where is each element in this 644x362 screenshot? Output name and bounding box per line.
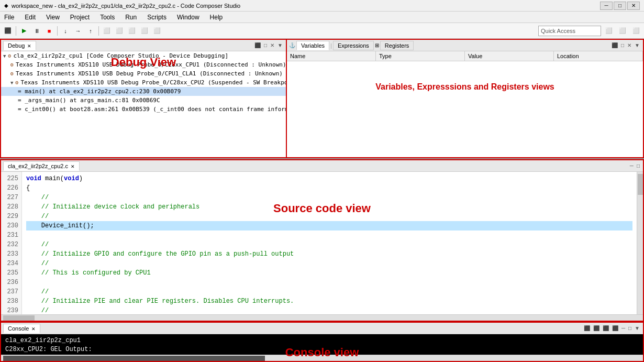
debug-tab-label: Debug xyxy=(8,42,25,49)
console-icon-2[interactable]: ⬛ xyxy=(592,325,601,332)
code-line: // Initialize device clock and periphera… xyxy=(26,202,632,212)
menu-window[interactable]: Window xyxy=(175,13,202,22)
toolbar-btn-9[interactable]: ⬜ xyxy=(151,25,163,37)
toolbar-btn-step-into[interactable]: ↓ xyxy=(60,25,71,37)
source-minimize-icon[interactable]: ─ xyxy=(629,162,635,169)
maximize-button[interactable]: □ xyxy=(614,2,626,10)
toolbar-btn-6[interactable]: ⬜ xyxy=(114,25,125,37)
toolbar-btn-stop[interactable]: ■ xyxy=(43,25,55,37)
toolbar-btn-7[interactable]: ⬜ xyxy=(126,25,138,37)
console-maximize-icon[interactable]: □ xyxy=(627,325,632,332)
line-number: 236 xyxy=(4,278,18,287)
debug-tab[interactable]: Debug ✕ xyxy=(3,41,36,50)
menu-help[interactable]: Help xyxy=(208,13,225,22)
col-value: Value xyxy=(465,51,554,61)
debug-menu-icon[interactable]: ▼ xyxy=(276,42,284,49)
debug-tree-item[interactable]: ▼⚙Texas Instruments XDS110 USB Debug Pro… xyxy=(1,78,286,87)
console-icon-4[interactable]: ⬛ xyxy=(611,325,619,332)
scroll-horizontal-console[interactable] xyxy=(1,355,643,361)
vars-maximize-icon[interactable]: □ xyxy=(620,42,625,49)
line-number: 230 xyxy=(4,221,18,231)
menu-scripts[interactable]: Scripts xyxy=(145,13,169,22)
debug-minimize-icon[interactable]: ⬛ xyxy=(253,42,262,49)
line-number: 229 xyxy=(4,212,18,221)
console-minimize-icon[interactable]: ─ xyxy=(620,325,626,332)
toolbar-btn-5[interactable]: ⬜ xyxy=(101,25,113,37)
console-close-icon[interactable]: ✕ xyxy=(31,326,36,332)
toolbar-perspective-2[interactable]: ⬜ xyxy=(617,25,628,37)
col-location: Location xyxy=(554,51,643,61)
console-icon-3[interactable]: ⬛ xyxy=(602,325,610,332)
vars-close-icon[interactable]: ✕ xyxy=(626,42,632,49)
close-button[interactable]: ✕ xyxy=(627,2,640,10)
top-row: Debug ✕ ⬛ □ ✕ ▼ Debug View ▼⚙cla_ex2_iir… xyxy=(0,39,644,159)
debug-tree-item[interactable]: = _args_main() at args_main.c:81 0x00B69… xyxy=(1,96,286,105)
tab-expressions[interactable]: Expressions xyxy=(333,41,374,50)
vars-menu-icon[interactable]: ▼ xyxy=(634,42,641,49)
console-panel-icons: ⬛ ⬛ ⬛ ⬛ ─ □ ▼ xyxy=(583,325,641,332)
code-line: // This is configured by CPU1 xyxy=(26,268,632,278)
line-number: 231 xyxy=(4,231,18,240)
toolbar-perspective-3[interactable]: ⬜ xyxy=(630,25,642,37)
vars-panel-icons: ⬛ □ ✕ ▼ xyxy=(610,42,641,49)
toolbar-perspective-1[interactable]: ⬜ xyxy=(603,25,615,37)
code-line: void main(void) xyxy=(26,174,632,183)
scroll-horizontal-source[interactable] xyxy=(1,314,643,321)
quick-access-label: Quick Access xyxy=(541,28,575,34)
menu-bar: File Edit View Project Tools Run Scripts… xyxy=(0,12,644,23)
source-close-icon[interactable]: ✕ xyxy=(71,164,75,169)
line-number: 232 xyxy=(4,240,18,249)
toolbar-sep-2 xyxy=(57,26,58,36)
toolbar-btn-step-over[interactable]: → xyxy=(72,25,84,37)
vars-tab-sep: | xyxy=(330,42,332,49)
toolbar-sep-1 xyxy=(16,26,16,36)
menu-view[interactable]: View xyxy=(44,13,62,22)
code-line: // xyxy=(26,287,632,297)
code-area[interactable]: void main(void){ // // Initialize device… xyxy=(22,172,637,314)
menu-tools[interactable]: Tools xyxy=(98,13,117,22)
menu-file[interactable]: File xyxy=(2,13,16,22)
toolbar-btn-step-return[interactable]: ↑ xyxy=(85,25,96,37)
quick-access-box[interactable]: Quick Access xyxy=(538,26,601,36)
vars-minimize-icon[interactable]: ⬛ xyxy=(610,42,619,49)
debug-tree-item[interactable]: = main() at cla_ex2_iir2p2z_cpu2.c:230 0… xyxy=(1,87,286,96)
source-panel: cla_ex2_iir2p2z_cpu2.c ✕ ─ □ Source code… xyxy=(0,159,644,322)
toolbar-btn-8[interactable]: ⬜ xyxy=(139,25,150,37)
tab-registers[interactable]: Registers xyxy=(380,41,414,50)
debug-tree-item[interactable]: = c_int00() at boot28.asm:261 0x00B539 (… xyxy=(1,105,286,114)
toolbar-btn-1[interactable]: ⬛ xyxy=(2,25,14,37)
toolbar: ⬛ ▶ ⏸ ■ ↓ → ↑ ⬜ ⬜ ⬜ ⬜ ⬜ Quick Access ⬜ ⬜… xyxy=(0,23,644,39)
code-line: // xyxy=(26,193,632,202)
debug-tree-item[interactable]: ⚙Texas Instruments XDS110 USB Debug Prob… xyxy=(1,60,286,69)
menu-run[interactable]: Run xyxy=(123,13,139,22)
debug-tree[interactable]: ▼⚙cla_ex2_iir2p2z_cpu1 [Code Composer St… xyxy=(1,51,286,157)
toolbar-btn-debug[interactable]: ▶ xyxy=(18,25,30,37)
minimize-button[interactable]: ─ xyxy=(600,2,613,10)
source-tab[interactable]: cla_ex2_iir2p2z_cpu2.c ✕ xyxy=(3,161,80,171)
debug-tree-item[interactable]: ⚙Texas Instruments XDS110 USB Debug Prob… xyxy=(1,69,286,78)
tab-variables[interactable]: Variables xyxy=(296,41,329,50)
toolbar-right: Quick Access ⬜ ⬜ ⬜ xyxy=(538,25,642,37)
debug-panel-icons: ⬛ □ ✕ ▼ xyxy=(253,42,284,49)
code-line xyxy=(26,278,632,287)
console-panel: Console ✕ ⬛ ⬛ ⬛ ⬛ ─ □ ▼ Console view cla… xyxy=(0,322,644,362)
console-menu-icon[interactable]: ▼ xyxy=(634,325,641,332)
vars-table-header: Name Type Value Location xyxy=(287,51,643,61)
debug-maximize-icon[interactable]: □ xyxy=(263,42,268,49)
scroll-vertical[interactable] xyxy=(637,172,643,314)
console-icon-1[interactable]: ⬛ xyxy=(583,325,591,332)
line-number: 237 xyxy=(4,287,18,297)
console-tab[interactable]: Console ✕ xyxy=(3,324,40,333)
debug-tree-item[interactable]: ▼⚙cla_ex2_iir2p2z_cpu1 [Code Composer St… xyxy=(1,51,286,60)
debug-close-icon[interactable]: ✕ xyxy=(269,42,275,49)
code-line: Device_init(); xyxy=(26,221,632,231)
window-title: workspace_new - cla_ex2_iir2p2z_cpu1/cla… xyxy=(12,3,600,9)
line-number: 234 xyxy=(4,259,18,268)
menu-edit[interactable]: Edit xyxy=(23,13,38,22)
menu-project[interactable]: Project xyxy=(68,13,92,22)
source-maximize-icon[interactable]: □ xyxy=(636,162,641,169)
toolbar-btn-pause[interactable]: ⏸ xyxy=(31,25,42,37)
vars-view-label: Variables, Expresssions and Registers vi… xyxy=(375,82,554,92)
console-tab-label: Console xyxy=(8,325,29,332)
vars-reg-sep: ⊞ xyxy=(375,42,379,48)
